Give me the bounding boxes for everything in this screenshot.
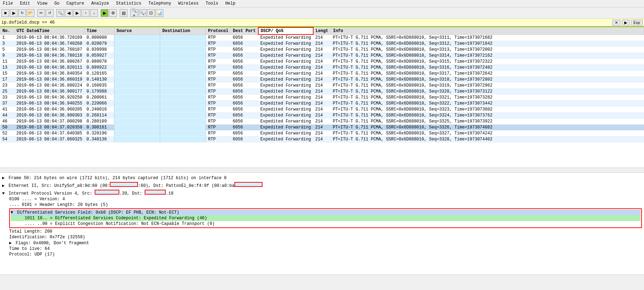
tb-layout[interactable]: ▤ — [120, 9, 127, 17]
tb-zoom-fit[interactable]: ⊡ — [147, 9, 155, 17]
hscroll[interactable] — [0, 168, 644, 173]
tb-stop[interactable]: ■ — [1, 9, 9, 17]
table-row[interactable]: 542019-06-13 08:04:37.0603250.340136RTP6… — [0, 137, 644, 143]
tb-prev[interactable]: ◀ — [65, 9, 72, 17]
table-row[interactable]: 252019-06-13 08:04:36.9001770.179988RTP6… — [0, 89, 644, 95]
menu-help[interactable]: Help — [224, 1, 237, 6]
filter-clear-btn[interactable]: ✕ — [612, 20, 620, 26]
col-destport[interactable]: Dest Port — [231, 27, 258, 34]
tb-zoom-out[interactable]: 🔍- — [139, 9, 146, 17]
table-row[interactable]: 412019-06-13 08:04:36.9602050.240016RTP6… — [0, 107, 644, 113]
tb-restart[interactable]: ↻ — [18, 9, 26, 17]
table-row[interactable]: 132019-06-13 08:04:36.8201110.099922RTP6… — [0, 65, 644, 71]
table-row[interactable]: 232019-06-13 08:04:36.8802240.160035RTP6… — [0, 83, 644, 89]
menu-edit[interactable]: Edit — [19, 1, 32, 6]
tb-graph[interactable]: 📊 — [156, 9, 163, 17]
table-row[interactable]: 172019-06-13 08:04:36.8603190.140130RTP6… — [0, 77, 644, 83]
table-cell: Expedited Forwarding — [258, 41, 313, 47]
table-row[interactable]: 52019-06-13 08:04:36.7601870.039998RTP60… — [0, 47, 644, 53]
tb-up[interactable]: ↑ — [82, 9, 89, 17]
menu-wireless[interactable]: Wireless — [177, 1, 200, 6]
col-length[interactable]: Lengt — [313, 27, 331, 34]
menu-go[interactable]: Go — [53, 1, 61, 6]
tb-down[interactable]: ↓ — [90, 9, 98, 17]
tb-find[interactable]: 🔍 — [56, 9, 64, 17]
table-row[interactable]: 502019-06-13 08:04:37.0203500.300161RTP6… — [0, 125, 644, 131]
table-cell: 214 — [313, 119, 331, 125]
table-row[interactable]: 92019-06-13 08:04:36.7801160.059927RTP60… — [0, 53, 644, 59]
tb-capture-opts[interactable]: ⚙ — [109, 9, 117, 17]
menu-view[interactable]: View — [36, 1, 49, 6]
table-cell: 6056 — [231, 101, 258, 107]
col-reltime[interactable]: Time — [84, 27, 114, 34]
table-cell: RTP — [206, 137, 231, 143]
menu-capture[interactable]: Capture — [65, 1, 86, 6]
table-cell: 2019-06-13 08:04:36.960205 — [14, 107, 84, 113]
col-dest[interactable]: Destination — [160, 27, 206, 34]
table-row[interactable]: 152019-06-13 08:04:36.8403540.120165RTP6… — [0, 71, 644, 77]
table-cell: 214 — [313, 71, 331, 77]
table-cell: 0.240016 — [84, 107, 114, 113]
menu-file[interactable]: File — [1, 1, 14, 6]
menu-tools[interactable]: Tools — [204, 1, 220, 6]
table-cell: 15 — [0, 71, 14, 77]
table-cell: PT=ITU-T G.711 PCMA, SSRC=0x6D888010, Se… — [331, 59, 644, 65]
table-cell: 214 — [313, 41, 331, 47]
table-cell: 0.140130 — [84, 77, 114, 83]
frame-expand[interactable]: ▶ — [2, 176, 5, 181]
col-no[interactable]: No. — [0, 27, 14, 34]
col-info[interactable]: Info — [331, 27, 644, 34]
table-cell: Expedited Forwarding — [258, 137, 313, 143]
packet-detail[interactable]: ▶ Frame 50: 214 bytes on wire (1712 bits… — [0, 173, 644, 275]
ip-expand[interactable]: ▼ — [2, 191, 5, 196]
table-cell: 2019-06-13 08:04:36.740268 — [14, 41, 84, 47]
table-cell: Expedited Forwarding — [258, 77, 313, 83]
dsf-expand[interactable]: ▼ — [11, 210, 13, 215]
table-cell: 25 — [0, 89, 14, 95]
table-row[interactable]: 12019-06-13 08:04:36.7201890.000000RTP60… — [0, 34, 644, 41]
ip-section: ▼ Internet Protocol Version 4, Src: .39,… — [2, 189, 642, 257]
tb-start[interactable]: ▶ — [10, 9, 18, 17]
col-dscp[interactable]: DSCP/ QoS — [258, 27, 313, 34]
col-source[interactable]: Source — [114, 27, 160, 34]
table-row[interactable]: 372019-06-13 08:04:36.9402550.220066RTP6… — [0, 101, 644, 107]
table-cell: 6056 — [231, 47, 258, 53]
table-row[interactable]: 332019-06-13 08:04:36.9202500.200061RTP6… — [0, 95, 644, 101]
table-row[interactable]: 462019-06-13 08:04:37.0002980.280109RTP6… — [0, 119, 644, 125]
table-cell: 214 — [313, 101, 331, 107]
table-cell — [114, 71, 160, 77]
table-cell: RTP — [206, 131, 231, 137]
table-cell: 0.280109 — [84, 119, 114, 125]
tb-cut[interactable]: ✂ — [37, 9, 45, 17]
table-cell: 6056 — [231, 113, 258, 119]
frame-line: ▶ Frame 50: 214 bytes on wire (1712 bits… — [2, 175, 642, 181]
tb-colorize[interactable]: ▶ — [101, 9, 108, 17]
table-cell — [160, 113, 206, 119]
menu-analyze[interactable]: Analyze — [90, 1, 110, 6]
flags-expand[interactable]: ▶ — [9, 241, 12, 246]
table-cell: Expedited Forwarding — [258, 59, 313, 65]
table-cell: 6056 — [231, 53, 258, 59]
menu-telephony[interactable]: Telephony — [147, 1, 173, 6]
packet-list[interactable]: No. UTC Date&Time Time Source Destinatio… — [0, 27, 644, 168]
table-row[interactable]: 32019-06-13 08:04:36.7402680.020079RTP60… — [0, 41, 644, 47]
table-cell — [160, 89, 206, 95]
ethernet-expand[interactable]: ▶ — [2, 183, 5, 188]
col-proto[interactable]: Protocol — [206, 27, 231, 34]
tb-next[interactable]: ▶ — [73, 9, 81, 17]
table-cell: 0.059927 — [84, 53, 114, 59]
filter-apply-btn[interactable]: ▶ — [622, 20, 630, 26]
table-cell: 13 — [0, 65, 14, 71]
dsf-line[interactable]: ▼ Differentiated Services Field: 0xb8 (D… — [11, 210, 640, 215]
table-row[interactable]: 522019-06-13 08:04:37.0403850.320196RTP6… — [0, 131, 644, 137]
tb-open[interactable]: 📂 — [27, 9, 34, 17]
col-time[interactable]: UTC Date&Time — [14, 27, 84, 34]
filter-exp-btn[interactable]: Exp — [631, 20, 643, 26]
table-row[interactable]: 112019-06-13 08:04:36.8002670.080078RTP6… — [0, 59, 644, 65]
menu-statistics[interactable]: Statistics — [115, 1, 143, 6]
tb-zoom-in[interactable]: 🔍+ — [130, 9, 138, 17]
table-cell — [160, 125, 206, 131]
tb-reload[interactable]: ↺ — [46, 9, 53, 17]
table-cell — [160, 77, 206, 83]
table-row[interactable]: 442019-06-13 08:04:36.9803030.260114RTP6… — [0, 113, 644, 119]
